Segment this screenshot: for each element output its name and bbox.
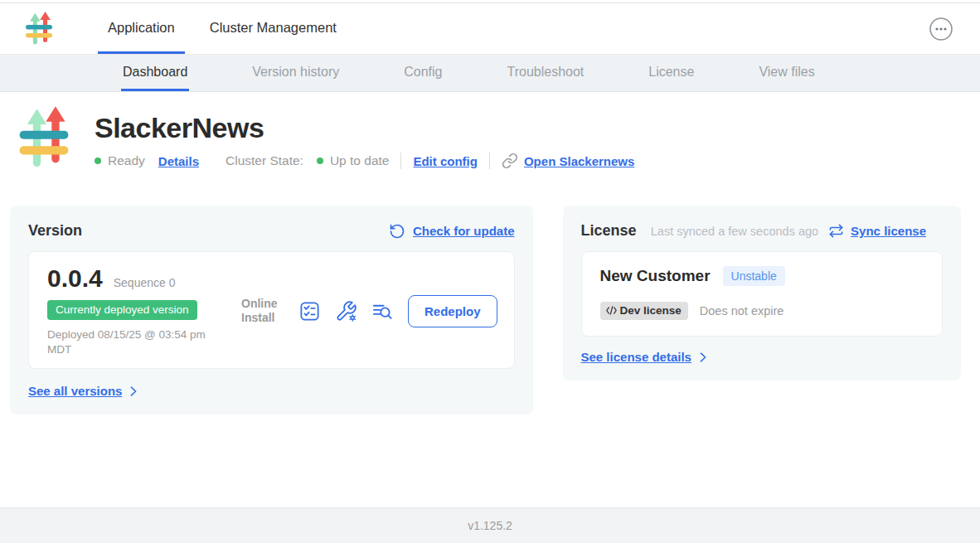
edit-config-link[interactable]: Edit config (413, 154, 478, 168)
rotate-ccw-icon (389, 223, 405, 240)
nav-logo[interactable] (25, 3, 53, 54)
deployed-status-badge: Currently deployed version (47, 300, 197, 320)
see-license-details-link[interactable]: See license details (581, 350, 691, 364)
license-type-badge: Dev license (600, 302, 688, 320)
logs-magnifier-icon[interactable] (371, 300, 394, 322)
preflight-checklist-icon[interactable] (298, 300, 321, 322)
sync-license-link[interactable]: Sync license (851, 224, 926, 238)
app-status-dot (95, 158, 101, 164)
divider (400, 153, 401, 169)
code-brackets-icon (605, 306, 618, 315)
console-footer: v1.125.2 (0, 507, 980, 543)
redeploy-button[interactable]: Redeploy (408, 295, 497, 327)
check-for-update-link[interactable]: Check for update (413, 224, 515, 238)
wrench-gear-config-icon[interactable] (335, 300, 357, 322)
license-card-title: License (581, 222, 637, 240)
chain-link-icon (502, 153, 518, 169)
subtab-version-history[interactable]: Version history (250, 55, 341, 91)
open-app-link[interactable]: Open Slackernews (524, 154, 634, 168)
app-logo-icon (25, 12, 53, 46)
subtab-license[interactable]: License (647, 55, 696, 91)
see-all-versions-row[interactable]: See all versions (28, 384, 515, 398)
license-summary-panel: New Customer Unstable Dev license (581, 251, 943, 337)
overflow-menu-button[interactable] (929, 17, 953, 41)
dashboard-cards: Version Check for update 0.0.4 Sequ (10, 206, 961, 415)
app-header: SlackerNews Ready Details Cluster State:… (18, 105, 980, 172)
see-all-versions-link[interactable]: See all versions (28, 384, 122, 398)
install-type-label: Online Install (241, 297, 284, 326)
channel-badge: Unstable (723, 266, 785, 286)
cluster-state-value: Up to date (330, 153, 390, 168)
current-version-panel: 0.0.4 Sequence 0 Currently deployed vers… (28, 251, 515, 369)
ellipsis-circle-icon (929, 17, 953, 41)
subtab-troubleshoot[interactable]: Troubleshoot (505, 55, 585, 91)
header: Application Cluster Management (0, 3, 980, 55)
divider (489, 153, 490, 169)
sync-arrows-icon (828, 223, 844, 239)
cluster-state-label: Cluster State: (226, 153, 303, 168)
app-status-text: Ready (108, 153, 145, 168)
chevron-right-icon (128, 385, 139, 397)
see-license-details-row[interactable]: See license details (581, 350, 943, 364)
version-sequence: Sequence 0 (114, 276, 176, 289)
tab-application[interactable]: Application (98, 3, 185, 54)
cluster-state-dot (317, 158, 323, 164)
license-type-text: Dev license (620, 304, 682, 317)
subtab-dashboard[interactable]: Dashboard (121, 55, 189, 91)
status-details-link[interactable]: Details (158, 154, 199, 168)
deployed-timestamp: Deployed 08/15/25 @ 03:54 pm MDT (47, 327, 228, 357)
customer-name: New Customer (600, 267, 711, 285)
version-number: 0.0.4 (47, 264, 103, 293)
version-card-title: Version (28, 222, 82, 240)
license-expiration: Does not expire (700, 304, 784, 318)
app-status-row: Ready Details Cluster State: Up to date … (95, 153, 634, 169)
page-title: SlackerNews (95, 112, 634, 144)
app-logo-large-icon (18, 105, 70, 172)
license-card: License Last synced a few seconds ago Sy… (563, 206, 961, 381)
tab-cluster-management[interactable]: Cluster Management (200, 3, 347, 54)
console-version-text: v1.125.2 (468, 519, 512, 532)
version-card: Version Check for update 0.0.4 Sequ (10, 206, 533, 415)
chevron-right-icon (697, 351, 709, 363)
last-synced-text: Last synced a few seconds ago (651, 225, 818, 238)
subtab-config[interactable]: Config (402, 55, 444, 91)
dashboard-main: SlackerNews Ready Details Cluster State:… (0, 92, 980, 507)
subtab-view-files[interactable]: View files (757, 55, 816, 91)
app-subnav: Dashboard Version history Config Trouble… (0, 55, 980, 92)
